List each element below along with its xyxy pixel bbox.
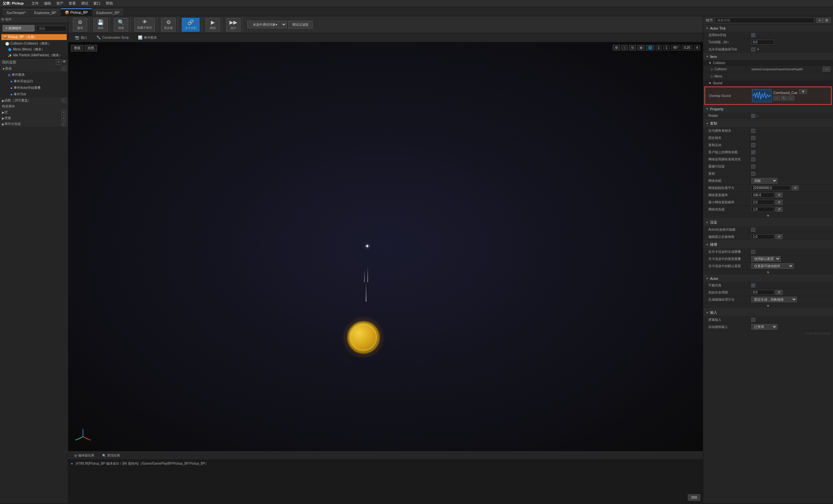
property-section[interactable]: ▼ Property [703,105,833,112]
menu-item-view[interactable]: 查看 [69,1,76,6]
editor-sprite-reset-button[interactable]: ↺ [776,234,783,239]
tab-suntemple[interactable]: SunTemple* [3,9,30,16]
net-update-freq-reset-button[interactable]: ↺ [776,193,783,197]
viewport-scale-button[interactable]: ⊞ [638,45,645,50]
bottom-tab-find[interactable]: 🔍 查找结果 [99,452,123,459]
net-priority-input[interactable] [751,207,774,212]
tab-pickup-bp[interactable]: 📦 Pickup_BP [61,8,92,16]
net-load-checkbox[interactable] [751,150,755,154]
debug-filter-button[interactable]: 调试过滤器 [288,21,313,29]
net-cull-reset-button[interactable]: ↺ [792,186,799,190]
sound-refresh-button[interactable]: ↻ [781,96,787,100]
rotate-checkbox[interactable] [751,114,755,118]
play-button[interactable]: ▶▶ 运行 [226,18,240,31]
functions-add-button[interactable]: + [62,98,66,103]
bp-event-beginplay[interactable]: ◆ 事件开始运行 [0,78,68,85]
replication-section[interactable]: ▼ 复制 [703,119,833,127]
details-settings-button[interactable]: ⚙ [823,18,830,23]
graphs-add-button[interactable]: + [62,66,66,71]
component-idleparticle[interactable]: ✨ Idle Particle (IdleParticle)（继承） [0,52,68,58]
editor-sprite-input[interactable] [751,234,774,239]
component-mess[interactable]: 🔷 Mess (Mess)（继承） [0,47,68,52]
can-be-possessed-checkbox[interactable] [751,283,755,287]
menu-item-help[interactable]: 帮助 [106,1,113,6]
item-section[interactable]: ▼ Item [703,53,833,60]
generate-overlap-checkbox[interactable] [751,250,755,254]
menu-item-window[interactable]: 窗口 [93,1,100,6]
blocks-input-checkbox[interactable] [751,318,755,322]
replay-rollback-checkbox[interactable] [751,165,755,169]
update-overlaps-dropdown[interactable]: 使用默认配置 [751,256,781,262]
event-dispatchers-add-button[interactable]: + [62,122,66,126]
auto-receive-input-dropdown[interactable]: 已禁用 [751,324,777,330]
debug-filter-dropdown[interactable]: 未选中调试对象▾ [247,21,287,28]
rendering-section[interactable]: ▼ 渲染 [703,218,833,226]
menu-item-edit[interactable]: 编辑 [44,1,51,6]
viewport[interactable]: 透视 光照 ⚙ ↕ ↻ ⊞ 🌐 1 1 45° 0.25 4 [68,42,703,451]
sound-open-button[interactable]: → [788,96,794,100]
min-net-freq-reset-button[interactable]: ↺ [776,200,783,205]
simulate-button[interactable]: ▶ 模拟 [206,18,220,31]
variables-add-button[interactable]: + [62,116,66,120]
add-component-button[interactable]: + 添加组件 [3,25,34,31]
input-section[interactable]: ▼ 输入 [703,309,833,316]
component-collision[interactable]: ⚪ Collision (Collision)（继承） [0,41,68,47]
tick-allow-checkbox[interactable] [751,48,755,51]
component-search-input[interactable] [37,26,67,31]
collision-browse-button[interactable]: → [823,67,830,72]
variables-section[interactable]: ▶ 变量 + [0,115,68,121]
bp-event-tick[interactable]: ◆ 事件Tick [0,91,68,98]
only-owner-checkbox[interactable] [751,129,755,133]
actor-tick-section[interactable]: ▼ Actor Tick [703,25,833,31]
construction-section[interactable]: 构造脚本 [0,103,68,109]
vp-tab-construction[interactable]: 🔧 Construction Scrip [92,34,133,41]
sound-subsection-header[interactable]: ▼ Sound [703,80,833,86]
streaming-section[interactable]: ▼ 碰撞 [703,240,833,248]
default-update-dropdown[interactable]: 仅更新可移动组件 [751,263,794,269]
net-update-freq-input[interactable] [751,193,774,197]
viewport-settings-button[interactable]: ⚙ [613,45,620,50]
viewport-world-button[interactable]: 🌐 [646,45,654,50]
always-relevant-checkbox[interactable] [751,136,755,140]
compile-button[interactable]: ⚙ 编译 [73,18,87,31]
replicates-checkbox[interactable] [751,172,755,176]
net-use-owner-checkbox[interactable] [751,158,755,161]
min-net-freq-input[interactable] [751,200,774,205]
level-cut-button[interactable]: 🔗 关卡切割 [182,18,199,31]
macros-section[interactable]: ▶ 宏 + [0,109,68,115]
eye-icon[interactable]: 👁 [63,59,66,65]
initial-lifespan-input[interactable] [751,290,774,295]
menu-item-file[interactable]: 文件 [31,1,39,6]
net-dormancy-dropdown[interactable]: 苏醒 [751,178,777,184]
collision-subsection-header[interactable]: ▼ Collision [703,60,833,66]
details-search-input[interactable] [715,18,814,23]
component-self[interactable]: 📦 Pickup_BP（自身） [1,34,67,40]
replication-expand-more[interactable]: ▼ [766,214,770,218]
blueprint-add-button[interactable]: + [56,59,61,65]
browse-button[interactable]: 🔍 浏览 [114,18,128,31]
vp-tab-viewport[interactable]: 📷 视口 [71,34,91,41]
bp-event-graph[interactable]: ⊞ 事件图表 [0,72,68,78]
streaming-expand-more[interactable]: ▼ [766,270,770,274]
lighting-button[interactable]: 光照 [85,45,97,51]
viewport-rotate-button[interactable]: ↻ [629,45,636,50]
vp-tab-event-graph[interactable]: 📊 事件图表 [134,34,161,41]
actor-hidden-checkbox[interactable] [751,228,755,232]
tick-enable-checkbox[interactable] [751,33,755,37]
net-cull-input[interactable] [751,186,790,190]
event-dispatchers-section[interactable]: ▶ 事件分发器 + [0,121,68,127]
net-priority-reset-button[interactable]: ↺ [776,207,783,212]
tab-explosive2-bp[interactable]: Explosive!_BP [92,9,123,16]
graphs-section[interactable]: ▼ 图表 + [0,66,68,72]
class-settings-button[interactable]: ⚙ 类设置 [161,18,176,31]
sound-dropdown-button[interactable]: ▼ [799,89,807,94]
macros-add-button[interactable]: + [62,110,66,115]
menu-item-assets[interactable]: 资产 [56,1,64,6]
bp-event-beginoverlap[interactable]: ◆ 事件Actor开始重叠 [0,85,68,91]
viewport-move-button[interactable]: ↕ [621,45,628,50]
save-button[interactable]: 💾 保存 [93,18,108,31]
initial-lifespan-reset-button[interactable]: ↺ [776,290,783,295]
actor-section[interactable]: ▼ Actor [703,275,833,282]
tab-explosive-bp[interactable]: Explosive_BP [30,9,60,16]
menu-item-debug[interactable]: 调试 [81,1,88,6]
